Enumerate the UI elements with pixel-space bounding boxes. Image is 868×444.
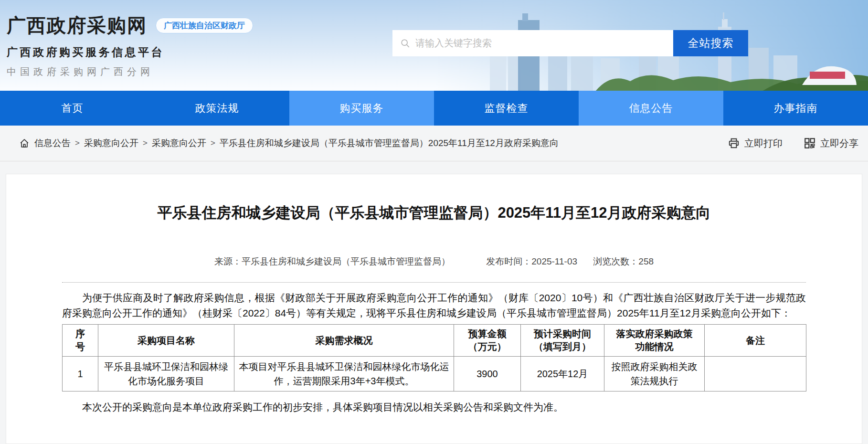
cell-policy-implementation: 按照政府采购相关政策法规执行 (604, 357, 705, 391)
breadcrumb-link-intent-open-2[interactable]: 采购意向公开 (152, 137, 206, 149)
logo-tagline: 中国政府采购网广西分网 (7, 65, 253, 78)
qr-code-icon (804, 137, 816, 149)
article-meta: 来源：平乐县住房和城乡建设局（平乐县城市管理监督局） 发布时间：2025-11-… (62, 255, 806, 268)
col-header-budget: 预算金额 （万元） (454, 325, 521, 357)
article-view-count: 浏览次数：258 (593, 256, 654, 266)
cell-remarks (705, 357, 806, 391)
article-publish-value: 2025-11-03 (531, 256, 577, 266)
authority-badge: 广西壮族自治区财政厅 (156, 18, 253, 33)
printer-icon (728, 137, 740, 149)
print-button[interactable]: 立即打印 (728, 137, 783, 150)
table-header-row: 序 号 采购项目名称 采购需求概况 预算金额 （万元） 预计采购时间 （填写到月… (63, 325, 806, 357)
article-source-label: 来源： (214, 256, 242, 266)
cell-budget: 3900 (454, 357, 521, 391)
home-icon (19, 138, 30, 148)
main-nav: 首页 政策法规 购买服务 监督检查 信息公告 办事指南 (0, 91, 868, 126)
col-header-expected-time: 预计采购时间 （填写到月） (521, 325, 604, 357)
nav-item-info-announcement[interactable]: 信息公告 (579, 91, 723, 126)
col-header-serial: 序 号 (63, 325, 98, 357)
print-button-label: 立即打印 (744, 137, 783, 150)
article-source-value: 平乐县住房和城乡建设局（平乐县城市管理监督局） (242, 256, 450, 266)
share-button[interactable]: 立即分享 (804, 137, 858, 150)
breadcrumb-current-page: 平乐县住房和城乡建设局（平乐县城市管理监督局）2025年11月至12月政府采购意… (220, 137, 559, 149)
article-views-label: 浏览次数： (593, 256, 638, 266)
breadcrumb-separator: > (75, 138, 80, 148)
breadcrumb-separator: > (143, 138, 148, 148)
meta-divider (62, 282, 806, 283)
breadcrumb-bar: 信息公告 > 采购意向公开 > 采购意向公开 > 平乐县住房和城乡建设局（平乐县… (0, 126, 868, 161)
breadcrumb-tools: 立即打印 立即分享 (728, 137, 858, 150)
article-card: 平乐县住房和城乡建设局（平乐县城市管理监督局）2025年11月至12月政府采购意… (6, 174, 862, 444)
nav-item-policy[interactable]: 政策法规 (145, 91, 289, 126)
nav-item-purchase-service[interactable]: 购买服务 (289, 91, 434, 126)
search-input-wrap (392, 30, 673, 56)
page: 广西政府采购网 广西壮族自治区财政厅 广西政府购买服务信息平台 中国政府采购网广… (0, 0, 868, 444)
table-row: 1 平乐县县城环卫保洁和园林绿化市场化服务项目 本项目对平乐县县城环卫保洁和园林… (63, 357, 806, 391)
nav-item-home[interactable]: 首页 (0, 91, 145, 126)
logo-subtitle: 广西政府购买服务信息平台 (7, 45, 253, 60)
search-input[interactable] (392, 30, 673, 56)
article-publish-time: 发布时间：2025-11-03 (486, 256, 577, 266)
breadcrumb: 信息公告 > 采购意向公开 > 采购意向公开 > 平乐县住房和城乡建设局（平乐县… (19, 137, 559, 149)
article-intro-paragraph: 为便于供应商及时了解政府采购信息，根据《财政部关于开展政府采购意向公开工作的通知… (62, 290, 806, 321)
col-header-policy-implementation: 落实政府采购政策 功能情况 (604, 325, 705, 357)
share-button-label: 立即分享 (820, 137, 858, 150)
article-source: 来源：平乐县住房和城乡建设局（平乐县城市管理监督局） (214, 256, 450, 266)
content-area: 平乐县住房和城乡建设局（平乐县城市管理监督局）2025年11月至12月政府采购意… (0, 174, 868, 444)
article-title: 平乐县住房和城乡建设局（平乐县城市管理监督局）2025年11月至12月政府采购意… (62, 202, 806, 224)
breadcrumb-separator: > (211, 138, 215, 148)
col-header-demand-overview: 采购需求概况 (234, 325, 454, 357)
cell-serial: 1 (63, 357, 98, 391)
col-header-project-name: 采购项目名称 (98, 325, 234, 357)
site-search: 全站搜索 (392, 30, 748, 56)
breadcrumb-link-info-announcement[interactable]: 信息公告 (34, 137, 71, 149)
procurement-intent-table: 序 号 采购项目名称 采购需求概况 预算金额 （万元） 预计采购时间 （填写到月… (62, 324, 806, 391)
col-header-remarks: 备注 (705, 325, 806, 357)
breadcrumb-link-intent-open-1[interactable]: 采购意向公开 (84, 137, 138, 149)
search-icon (400, 38, 411, 49)
cell-demand-overview: 本项目对平乐县县城环卫保洁和园林绿化市场化运作，运营期限采用3年+3年模式。 (234, 357, 454, 391)
article-publish-label: 发布时间： (486, 256, 531, 266)
site-logo[interactable]: 广西政府采购网 (7, 12, 147, 39)
site-header: 广西政府采购网 广西壮族自治区财政厅 广西政府购买服务信息平台 中国政府采购网广… (0, 0, 868, 91)
nav-item-supervision[interactable]: 监督检查 (434, 91, 579, 126)
nav-item-service-guide[interactable]: 办事指南 (723, 91, 868, 126)
cell-project-name: 平乐县县城环卫保洁和园林绿化市场化服务项目 (98, 357, 234, 391)
cell-expected-time: 2025年12月 (521, 357, 604, 391)
search-button[interactable]: 全站搜索 (673, 30, 748, 56)
logo-block: 广西政府采购网 广西壮族自治区财政厅 广西政府购买服务信息平台 中国政府采购网广… (7, 12, 253, 78)
article-views-value: 258 (638, 256, 654, 266)
article-footer-note: 本次公开的采购意向是本单位政府采购工作的初步安排，具体采购项目情况以相关采购公告… (62, 400, 806, 415)
